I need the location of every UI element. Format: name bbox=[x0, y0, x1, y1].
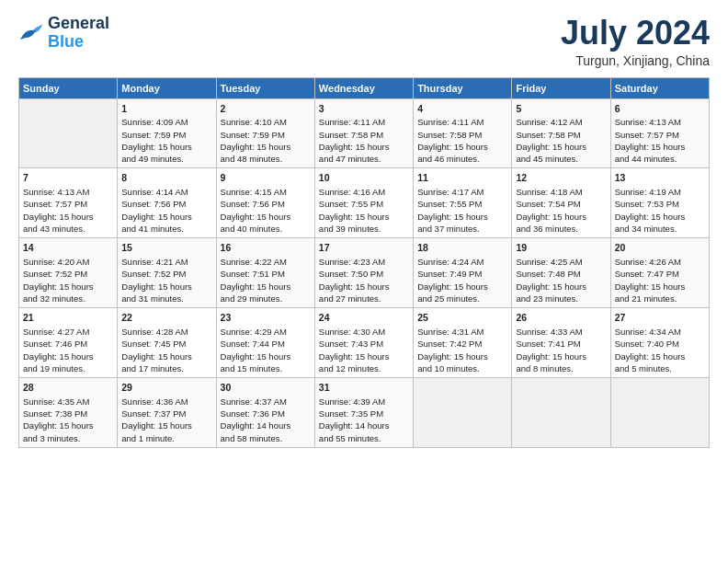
day-info: Sunrise: 4:15 AM bbox=[221, 186, 311, 198]
day-info: and 25 minutes. bbox=[417, 293, 507, 304]
day-info: Sunrise: 4:23 AM bbox=[319, 256, 409, 268]
day-info: and 29 minutes. bbox=[221, 293, 311, 304]
page-header: General Blue July 2024 Turgun, Xinjiang,… bbox=[18, 15, 710, 68]
day-info: Sunrise: 4:37 AM bbox=[221, 396, 311, 408]
day-info: and 17 minutes. bbox=[121, 362, 211, 374]
day-info: and 46 minutes. bbox=[417, 153, 507, 165]
day-info: Sunset: 7:51 PM bbox=[221, 268, 311, 280]
day-info: Sunset: 7:52 PM bbox=[121, 268, 211, 280]
day-info: Sunset: 7:55 PM bbox=[417, 198, 507, 210]
day-number: 9 bbox=[221, 171, 311, 185]
calendar-cell: 20Sunrise: 4:26 AMSunset: 7:47 PMDayligh… bbox=[610, 238, 709, 308]
day-number: 5 bbox=[516, 102, 606, 116]
location: Turgun, Xinjiang, China bbox=[561, 53, 710, 68]
calendar-cell: 13Sunrise: 4:19 AMSunset: 7:53 PMDayligh… bbox=[610, 168, 709, 238]
logo-text: General Blue bbox=[48, 15, 109, 52]
day-info: and 15 minutes. bbox=[221, 362, 311, 374]
logo-icon bbox=[18, 23, 44, 43]
day-info: Sunrise: 4:16 AM bbox=[319, 186, 409, 198]
day-header: Sunday bbox=[19, 77, 118, 98]
day-info: and 8 minutes. bbox=[516, 362, 606, 374]
day-info: Sunrise: 4:30 AM bbox=[319, 326, 409, 338]
day-number: 7 bbox=[23, 171, 113, 185]
calendar-week-row: 28Sunrise: 4:35 AMSunset: 7:38 PMDayligh… bbox=[19, 378, 710, 448]
day-info: Daylight: 15 hours bbox=[417, 281, 507, 293]
day-info: Daylight: 15 hours bbox=[319, 141, 409, 153]
day-info: Sunrise: 4:18 AM bbox=[516, 186, 606, 198]
day-number: 25 bbox=[417, 311, 507, 325]
day-info: and 55 minutes. bbox=[319, 432, 409, 444]
day-header: Monday bbox=[118, 77, 216, 98]
day-number: 11 bbox=[417, 171, 507, 185]
calendar-cell: 24Sunrise: 4:30 AMSunset: 7:43 PMDayligh… bbox=[314, 308, 413, 378]
day-info: Daylight: 15 hours bbox=[417, 141, 507, 153]
day-info: and 40 minutes. bbox=[221, 223, 311, 235]
calendar-cell: 30Sunrise: 4:37 AMSunset: 7:36 PMDayligh… bbox=[216, 378, 314, 448]
day-info: Daylight: 15 hours bbox=[121, 211, 211, 223]
day-info: Sunrise: 4:19 AM bbox=[615, 186, 705, 198]
calendar-cell: 31Sunrise: 4:39 AMSunset: 7:35 PMDayligh… bbox=[314, 378, 413, 448]
calendar-cell: 9Sunrise: 4:15 AMSunset: 7:56 PMDaylight… bbox=[216, 168, 314, 238]
calendar-cell: 7Sunrise: 4:13 AMSunset: 7:57 PMDaylight… bbox=[19, 168, 118, 238]
day-info: Sunset: 7:52 PM bbox=[23, 268, 113, 280]
logo: General Blue bbox=[18, 15, 109, 52]
day-info: Daylight: 15 hours bbox=[615, 281, 705, 293]
calendar-cell: 16Sunrise: 4:22 AMSunset: 7:51 PMDayligh… bbox=[216, 238, 314, 308]
calendar-cell: 14Sunrise: 4:20 AMSunset: 7:52 PMDayligh… bbox=[19, 238, 118, 308]
day-info: Sunset: 7:37 PM bbox=[121, 408, 211, 419]
day-info: Sunset: 7:38 PM bbox=[23, 408, 113, 419]
day-number: 29 bbox=[121, 381, 211, 395]
day-info: Sunset: 7:56 PM bbox=[221, 198, 311, 210]
day-number: 15 bbox=[121, 241, 211, 255]
day-info: Sunrise: 4:20 AM bbox=[23, 256, 113, 268]
day-info: and 43 minutes. bbox=[23, 223, 113, 235]
day-info: Daylight: 15 hours bbox=[23, 281, 113, 293]
day-header: Wednesday bbox=[314, 77, 413, 98]
day-info: Daylight: 15 hours bbox=[319, 281, 409, 293]
day-info: Sunrise: 4:28 AM bbox=[121, 326, 211, 338]
day-info: and 10 minutes. bbox=[417, 362, 507, 374]
calendar-cell: 27Sunrise: 4:34 AMSunset: 7:40 PMDayligh… bbox=[610, 308, 709, 378]
day-info: Sunset: 7:40 PM bbox=[615, 338, 705, 350]
calendar-cell: 5Sunrise: 4:12 AMSunset: 7:58 PMDaylight… bbox=[512, 98, 610, 168]
day-info: Daylight: 15 hours bbox=[319, 350, 409, 362]
calendar-cell: 10Sunrise: 4:16 AMSunset: 7:55 PMDayligh… bbox=[314, 168, 413, 238]
day-info: Sunset: 7:43 PM bbox=[319, 338, 409, 350]
calendar-cell: 6Sunrise: 4:13 AMSunset: 7:57 PMDaylight… bbox=[610, 98, 709, 168]
day-number: 16 bbox=[221, 241, 311, 255]
calendar-cell bbox=[19, 98, 118, 168]
day-info: Sunset: 7:58 PM bbox=[417, 129, 507, 141]
day-info: Sunrise: 4:22 AM bbox=[221, 256, 311, 268]
day-number: 28 bbox=[23, 381, 113, 395]
day-number: 24 bbox=[319, 311, 409, 325]
day-info: Daylight: 15 hours bbox=[121, 281, 211, 293]
day-info: Sunrise: 4:35 AM bbox=[23, 396, 113, 408]
day-number: 26 bbox=[516, 311, 606, 325]
day-info: and 31 minutes. bbox=[121, 293, 211, 304]
day-info: Sunrise: 4:21 AM bbox=[121, 256, 211, 268]
day-info: Sunrise: 4:13 AM bbox=[615, 116, 705, 128]
day-info: and 37 minutes. bbox=[417, 223, 507, 235]
day-info: Daylight: 15 hours bbox=[23, 211, 113, 223]
day-info: and 27 minutes. bbox=[319, 293, 409, 304]
day-info: Sunset: 7:49 PM bbox=[417, 268, 507, 280]
calendar-cell: 3Sunrise: 4:11 AMSunset: 7:58 PMDaylight… bbox=[314, 98, 413, 168]
day-info: Sunset: 7:42 PM bbox=[417, 338, 507, 350]
day-info: Sunrise: 4:33 AM bbox=[516, 326, 606, 338]
day-info: and 44 minutes. bbox=[615, 153, 705, 165]
day-number: 27 bbox=[615, 311, 705, 325]
day-info: Sunrise: 4:29 AM bbox=[221, 326, 311, 338]
day-info: Daylight: 15 hours bbox=[516, 350, 606, 362]
day-number: 10 bbox=[319, 171, 409, 185]
day-number: 3 bbox=[319, 102, 409, 116]
calendar-cell: 21Sunrise: 4:27 AMSunset: 7:46 PMDayligh… bbox=[19, 308, 118, 378]
day-info: Sunrise: 4:09 AM bbox=[121, 116, 211, 128]
calendar-page: General Blue July 2024 Turgun, Xinjiang,… bbox=[0, 0, 728, 457]
day-info: Daylight: 14 hours bbox=[221, 419, 311, 431]
day-number: 18 bbox=[417, 241, 507, 255]
day-info: Daylight: 15 hours bbox=[221, 211, 311, 223]
day-number: 19 bbox=[516, 241, 606, 255]
day-info: Sunset: 7:46 PM bbox=[23, 338, 113, 350]
day-info: and 21 minutes. bbox=[615, 293, 705, 304]
calendar-week-row: 1Sunrise: 4:09 AMSunset: 7:59 PMDaylight… bbox=[19, 98, 710, 168]
